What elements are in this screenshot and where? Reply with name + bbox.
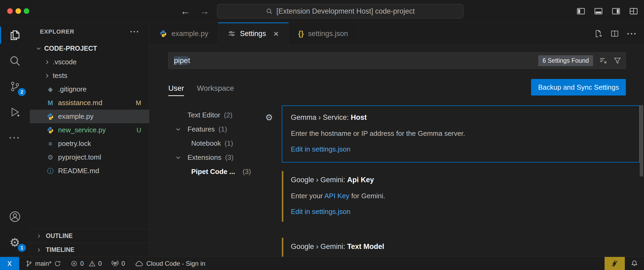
tree-item-gitignore[interactable]: ◆ .gitignore (30, 82, 149, 96)
setting-google-gemini-text-model[interactable]: Google › Gemini: Text Model (282, 236, 640, 257)
chevron-down-icon (175, 126, 182, 133)
toc-label: Text Editor (188, 111, 220, 119)
notifications-button[interactable] (625, 260, 644, 268)
sidebar-item-more-views[interactable]: ··· (0, 125, 30, 150)
layout-controls (576, 0, 638, 22)
info-icon: ⓘ (46, 167, 55, 175)
titlebar: ← → [Extension Development Host] code-pr… (0, 0, 644, 22)
manage-button[interactable]: ⚙ 1 (0, 229, 30, 255)
toggle-panel-icon[interactable] (594, 7, 603, 16)
problems-item[interactable]: 0 0 (71, 260, 102, 267)
status-bar: main* 0 0 (0, 257, 644, 270)
tree-item-tests[interactable]: tests (30, 69, 149, 82)
tree-item-readme-md[interactable]: ⓘ README.md (30, 164, 149, 178)
toc-count: (2) (224, 111, 233, 119)
toggle-secondary-sidebar-icon[interactable] (612, 7, 621, 16)
back-icon[interactable]: ← (181, 0, 190, 22)
tree-item-pyproject-toml[interactable]: ⚙ pyproject.toml (30, 150, 149, 164)
branch-item[interactable]: main* (26, 260, 61, 267)
timeline-section-header[interactable]: TIMELINE (30, 243, 149, 257)
toc-item-text-editor[interactable]: Text Editor (2) (163, 108, 280, 122)
tree-item-example-py[interactable]: example.py (30, 110, 149, 123)
edit-in-settings-json-link[interactable]: Edit in settings.json (291, 145, 632, 153)
outline-section-header[interactable]: OUTLINE (30, 229, 149, 243)
warning-icon (89, 260, 96, 267)
toc-label: Extensions (188, 153, 221, 162)
sidebar-item-run-debug[interactable] (0, 99, 30, 125)
forward-icon[interactable]: → (200, 0, 209, 22)
setting-title: Google › Gemini: Api Key (291, 176, 632, 184)
toc-item-extensions[interactable]: Extensions (3) (163, 150, 280, 165)
file-name: README.md (58, 167, 99, 175)
tree-item-poetry-lock[interactable]: ≡ poetry.lock (30, 137, 149, 150)
cloud-code-item[interactable]: Cloud Code - Sign in (134, 260, 205, 267)
search-text-selected: pipe (174, 56, 188, 65)
tab-example-py[interactable]: example.py (150, 22, 218, 45)
git-file-icon: ◆ (46, 86, 55, 93)
chevron-right-icon (36, 247, 42, 253)
tree-item-assistance-md[interactable]: M assistance.md M (30, 96, 149, 110)
settings-editor: pipet 6 Settings Found User Workspace Ba… (150, 45, 644, 257)
file-name: assistance.md (58, 99, 102, 107)
source-control-badge: 2 (18, 88, 26, 96)
minimize-window-button[interactable] (15, 8, 21, 14)
command-center[interactable]: [Extension Development Host] code-projec… (217, 4, 463, 18)
more-actions-icon[interactable]: ··· (627, 29, 637, 39)
toggle-sidebar-icon[interactable] (576, 7, 585, 16)
python-icon (46, 113, 55, 120)
settings-search-input[interactable]: pipet 6 Settings Found (168, 52, 626, 69)
extension-host-alert[interactable] (605, 257, 625, 270)
toc-item-pipet-code[interactable]: Pipet Code ... (3) (163, 165, 280, 179)
toc-count: (1) (225, 139, 233, 148)
backup-sync-button[interactable]: Backup and Sync Settings (531, 79, 626, 96)
editor-area: example.py Settings × {} settings.json (150, 22, 644, 257)
sidebar-item-explorer[interactable] (0, 22, 30, 48)
vscode-window: ← → [Extension Development Host] code-pr… (0, 0, 644, 270)
chevron-down-icon (175, 154, 182, 161)
ports-item[interactable]: 0 (111, 260, 125, 267)
chevron-right-icon (36, 233, 42, 239)
tab-bar: example.py Settings × {} settings.json (150, 22, 644, 45)
remote-icon (6, 260, 14, 268)
sync-icon[interactable] (54, 260, 61, 267)
toc-label: Features (188, 125, 215, 133)
tree-root[interactable]: CODE-PROJECT (30, 42, 149, 55)
scope-tab-workspace[interactable]: Workspace (197, 80, 234, 97)
customize-layout-icon[interactable] (629, 7, 638, 16)
sidebar-item-source-control[interactable]: 2 (0, 74, 30, 99)
toc-item-notebook[interactable]: Notebook (1) (163, 136, 280, 150)
setting-category: Google › Gemini: (291, 176, 347, 184)
accounts-button[interactable] (0, 204, 30, 229)
activity-bar: 2 ··· ⚙ 1 (0, 22, 30, 257)
error-count: 0 (80, 260, 84, 267)
setting-edit-gear-icon[interactable]: ⚙ (265, 112, 273, 122)
settings-sliders-icon (228, 30, 236, 38)
tree-item-new-service-py[interactable]: new_service.py U (30, 123, 149, 137)
toml-gear-icon: ⚙ (46, 154, 55, 161)
open-settings-json-icon[interactable] (594, 29, 602, 38)
toc-item-features[interactable]: Features (1) (163, 122, 280, 136)
close-window-button[interactable] (7, 8, 13, 14)
tab-settings-json[interactable]: {} settings.json (289, 22, 358, 45)
editor-actions: ··· (594, 22, 644, 45)
scrollbar-thumb[interactable] (640, 105, 643, 176)
sidebar-item-search[interactable] (0, 48, 30, 74)
remote-indicator[interactable] (0, 257, 19, 270)
tree-item-vscode[interactable]: .vscode (30, 55, 149, 69)
setting-gemma-service-host[interactable]: ⚙ Gemma › Service: Host Enter the hostna… (282, 105, 640, 162)
zoom-window-button[interactable] (24, 8, 29, 14)
scope-tab-user[interactable]: User (168, 80, 184, 97)
close-icon[interactable]: × (274, 29, 279, 38)
split-editor-icon[interactable] (610, 29, 619, 38)
ports-count: 0 (121, 260, 125, 267)
edit-in-settings-json-link[interactable]: Edit in settings.json (291, 208, 632, 216)
clear-filters-icon[interactable] (599, 56, 608, 65)
explorer-more-actions-icon[interactable]: ··· (130, 27, 140, 36)
lock-file-icon: ≡ (46, 140, 55, 148)
filter-icon[interactable] (613, 57, 621, 65)
tab-settings[interactable]: Settings × (218, 22, 288, 45)
setting-google-gemini-api-key[interactable]: Google › Gemini: Api Key Enter your API … (282, 169, 640, 224)
setting-key: Api Key (347, 176, 374, 184)
file-name: pyproject.toml (58, 153, 101, 161)
api-key-link[interactable]: API Key (324, 192, 349, 200)
